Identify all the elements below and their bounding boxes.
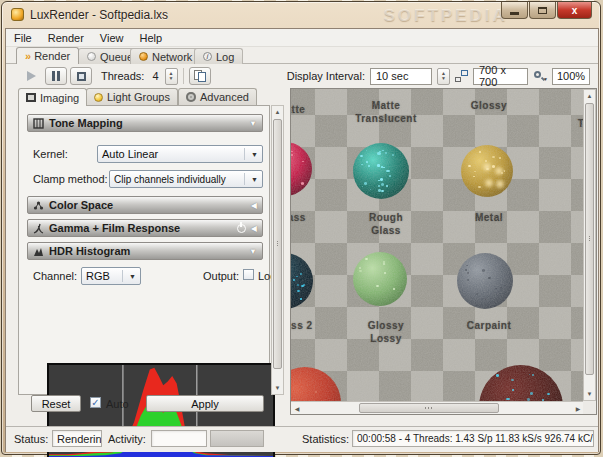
gamma-power-toggle-icon[interactable]: [237, 224, 246, 233]
gamma-film-icon: [33, 223, 44, 234]
close-button[interactable]: x: [557, 2, 592, 19]
sparkle-dot: [298, 390, 300, 391]
preview-hscrollbar[interactable]: ◀ ▶: [291, 401, 584, 414]
render-material-label: Metal: [449, 211, 529, 224]
sparkle-dot: [467, 279, 469, 281]
scroll-down-icon[interactable]: ▼: [584, 388, 595, 400]
stop-button[interactable]: [70, 67, 92, 85]
display-interval-stepper[interactable]: ▲▼: [437, 68, 450, 85]
sparkle-dot: [300, 298, 302, 300]
scroll-down-icon[interactable]: ▼: [272, 382, 283, 394]
log-info-icon: i: [203, 52, 212, 61]
tab-log[interactable]: i Log: [194, 48, 243, 64]
sparkle-dot: [512, 389, 514, 391]
thumb-grip: [589, 236, 590, 241]
sparkle-dot: [366, 161, 368, 162]
kernel-combobox[interactable]: Auto Linear ▼: [97, 145, 263, 163]
tab-network[interactable]: Network: [130, 48, 201, 64]
panel-scrollbar[interactable]: ▲ ▼: [271, 105, 284, 395]
sparkle-dot: [362, 186, 364, 187]
pause-button[interactable]: [45, 67, 67, 85]
menu-bar: File Render View Help: [6, 29, 598, 47]
network-globe-icon: [139, 52, 148, 61]
resume-button[interactable]: [20, 67, 42, 85]
play-icon: [27, 71, 36, 81]
tone-mapping-title: Tone Mapping: [49, 117, 123, 129]
menu-help[interactable]: Help: [131, 30, 170, 46]
collapse-left-icon[interactable]: ◀: [251, 224, 257, 233]
sparkle-dot: [378, 185, 381, 187]
sparkle-dot: [383, 263, 386, 265]
preview-hscroll-thumb[interactable]: [359, 403, 499, 413]
sparkle-dot: [296, 276, 298, 277]
collapse-down-icon[interactable]: ▼: [249, 247, 257, 256]
panel-scrollbar-thumb[interactable]: [273, 119, 282, 369]
zoom-magnifier-icon[interactable]: ▼: [533, 70, 547, 83]
activity-progress: [210, 430, 264, 447]
status-value-field: Rendering...: [52, 430, 102, 447]
tab-render[interactable]: » Render: [16, 47, 79, 64]
log-checkbox[interactable]: [243, 269, 254, 280]
threads-value: 4: [152, 70, 158, 82]
copy-icon: [194, 70, 206, 82]
section-gamma-film[interactable]: Gamma + Film Response ◀: [27, 219, 263, 237]
tone-mapping-icon: [33, 118, 44, 129]
sparkle-dot: [383, 167, 385, 168]
sparkle-dot: [385, 152, 387, 154]
sparkle-dot: [364, 182, 367, 185]
section-tone-mapping[interactable]: Tone Mapping ▼: [27, 114, 263, 132]
color-space-icon: [33, 200, 44, 211]
maximize-icon: [538, 7, 547, 14]
collapse-down-icon[interactable]: ▼: [249, 119, 257, 128]
resolution-field: 700 x 700: [473, 68, 528, 85]
clamp-method-value: Clip channels individually: [114, 174, 226, 185]
section-hdr-histogram[interactable]: HDR Histogram ▼: [27, 242, 263, 260]
sparkle-dot: [377, 152, 380, 155]
minimize-button[interactable]: [501, 2, 528, 19]
output-label: Output:: [203, 270, 239, 282]
collapse-left-icon[interactable]: ◀: [251, 201, 257, 210]
sparkle-dot: [376, 285, 379, 288]
reset-button[interactable]: Reset: [31, 395, 81, 412]
sparkle-dot: [366, 150, 368, 151]
render-material-label: T: [566, 117, 583, 130]
sparkle-dot: [479, 151, 481, 152]
channel-combobox[interactable]: RGB ▼: [81, 267, 141, 285]
thumb-grip: [425, 407, 432, 409]
glow-spot: [481, 161, 493, 173]
tab-queue-label: Queue: [100, 51, 133, 63]
display-interval-input[interactable]: 10 sec: [370, 68, 432, 85]
scroll-left-icon[interactable]: ◀: [291, 402, 303, 414]
menu-view[interactable]: View: [92, 30, 132, 46]
clamp-method-combobox[interactable]: Clip channels individually ▼: [109, 170, 263, 188]
copy-to-clipboard-button[interactable]: [189, 67, 211, 85]
scroll-up-icon[interactable]: ▲: [584, 90, 595, 102]
sparkle-dot: [365, 258, 368, 261]
apply-button[interactable]: Apply: [146, 395, 264, 412]
title-bar[interactable]: LuxRender - Softpedia.lxs SOFTPEDIA x: [2, 2, 600, 27]
menu-render[interactable]: Render: [40, 30, 92, 46]
tab-advanced-label: Advanced: [200, 91, 249, 103]
tab-light-groups[interactable]: Light Groups: [86, 88, 178, 105]
auto-checkbox[interactable]: ✓: [90, 397, 101, 408]
sparkle-dot: [488, 277, 490, 279]
thumb-grip: [277, 241, 278, 246]
section-color-space[interactable]: Color Space ◀: [27, 196, 263, 214]
sparkle-dot: [380, 178, 383, 180]
sparkle-dot: [547, 393, 550, 396]
sparkle-dot: [303, 284, 305, 286]
sparkle-dot: [384, 272, 386, 274]
tab-imaging[interactable]: Imaging: [18, 88, 87, 106]
sparkle-dot: [360, 155, 363, 157]
tab-render-label: Render: [34, 50, 70, 62]
scroll-up-icon[interactable]: ▲: [272, 106, 283, 118]
menu-file[interactable]: File: [6, 30, 40, 46]
sparkle-dot: [476, 293, 478, 295]
tab-advanced[interactable]: Advanced: [178, 88, 257, 105]
sparkle-dot: [291, 151, 293, 153]
preview-vscrollbar[interactable]: ▲ ▼: [583, 89, 596, 401]
maximize-button[interactable]: [529, 2, 556, 19]
threads-stepper[interactable]: ▲▼: [165, 68, 178, 85]
preview-vscroll-thumb[interactable]: [585, 103, 594, 375]
sparkle-dot: [393, 288, 396, 290]
